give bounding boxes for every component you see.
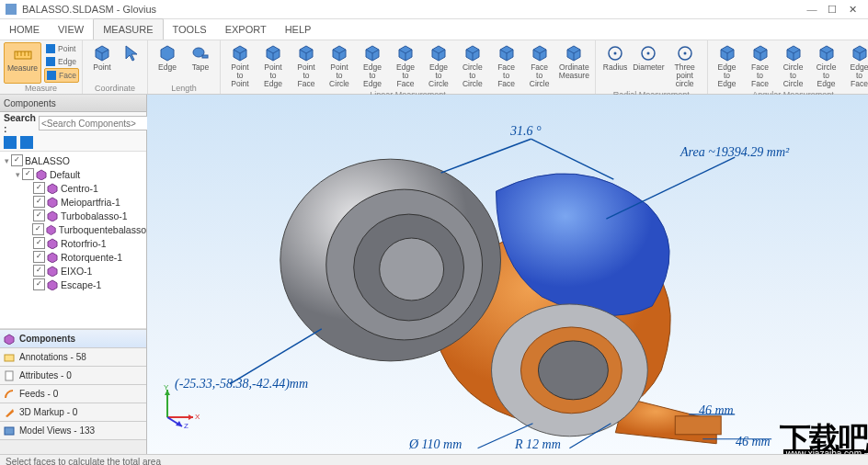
panel-attributes[interactable]: Attributes - 0 — [0, 366, 146, 384]
ribbon-btn[interactable]: Edge toCircle — [423, 42, 454, 90]
svg-marker-55 — [48, 198, 57, 208]
tree-item[interactable]: ✓Centro-1 — [0, 181, 146, 195]
ribbon-btn[interactable]: Circleto Circle — [778, 42, 809, 90]
ribbon-btn[interactable]: Threepoint circle — [667, 42, 703, 90]
menu-view[interactable]: VIEW — [49, 19, 93, 40]
svg-line-76 — [531, 139, 613, 179]
svg-text:Z: Z — [184, 422, 188, 428]
svg-marker-8 — [161, 46, 174, 61]
close-button[interactable]: ✕ — [842, 4, 862, 16]
tree-item[interactable]: ✓Meiopartfria-1 — [0, 195, 146, 209]
panel-3d-markup[interactable]: 3D Markup - 0 — [0, 403, 146, 421]
menu-home[interactable]: HOME — [0, 19, 49, 40]
title-bar: BALASSO.SLDASM - Glovius — ☐ ✕ — [0, 0, 868, 19]
filter-icon-1[interactable] — [4, 136, 17, 149]
measure-button[interactable]: Measure — [4, 42, 41, 84]
ribbon-btn[interactable]: Pointto Point — [224, 42, 256, 90]
menu-bar: HOME VIEW MEASURE TOOLS EXPORT HELP — [0, 19, 868, 40]
component-tree[interactable]: ▾✓BALASSO ▾✓Default ✓Centro-1✓Meiopartfr… — [0, 151, 146, 329]
svg-rect-66 — [5, 427, 14, 435]
annot-angle: 31.6 ° — [510, 124, 542, 139]
watermark: 下载吧 www.xiazaiba.com — [780, 428, 868, 450]
ribbon-btn[interactable]: Face toCircle — [524, 42, 555, 90]
ribbon-btn[interactable]: Edgeto Face — [390, 42, 421, 90]
tree-item[interactable]: ✓Rotorfrio-1 — [0, 236, 146, 250]
annot-len2: 46 mm — [736, 435, 771, 449]
ribbon-btn[interactable]: Edgeto Face — [844, 42, 868, 90]
panel-components[interactable]: Components — [0, 329, 146, 347]
tree-item[interactable]: ✓Turbobalasso-1 — [0, 209, 146, 222]
ribbon-btn[interactable]: Edgeto Edge — [712, 42, 743, 90]
svg-marker-57 — [46, 225, 54, 234]
menu-measure[interactable]: MEASURE — [93, 18, 163, 40]
ribbon-btn[interactable]: Circleto Circle — [456, 42, 489, 90]
panel-annotations[interactable]: Annotations - 58 — [0, 347, 146, 366]
svg-marker-58 — [48, 239, 57, 249]
ribbon-btn[interactable]: Pointto Edge — [257, 42, 289, 90]
svg-point-34 — [614, 52, 617, 55]
panel-feeds[interactable]: Feeds - 0 — [0, 384, 146, 403]
minimize-button[interactable]: — — [802, 4, 822, 15]
svg-rect-67 — [675, 416, 721, 435]
svg-point-36 — [647, 52, 650, 55]
search-input[interactable] — [39, 116, 161, 130]
group-radial: RadiusDiameterThreepoint circle Radial M… — [596, 40, 707, 94]
filter-face[interactable]: Face — [44, 68, 79, 83]
group-measure: Measure Point Edge Face Measure — [0, 40, 83, 94]
svg-marker-59 — [48, 253, 57, 263]
3d-viewport[interactable]: 31.6 ° Area ~19394.29 mm² (-25.33,-58.38… — [147, 95, 868, 454]
tree-item[interactable]: ✓Rotorquente-1 — [0, 250, 146, 264]
tree-default[interactable]: ▾✓Default — [0, 167, 146, 181]
ribbon-btn[interactable]: Faceto Face — [491, 42, 522, 90]
ribbon-btn[interactable]: Pointto Face — [291, 42, 322, 90]
ribbon-btn[interactable]: Faceto Face — [745, 42, 776, 90]
sidebar: Components Search : ▶ ▾✓BALASSO ▾✓Defaul… — [0, 95, 147, 454]
filter-icon-2[interactable] — [20, 136, 33, 149]
svg-rect-63 — [5, 355, 14, 361]
ribbon-btn[interactable]: Edgeto Edge — [357, 42, 388, 90]
maximize-button[interactable]: ☐ — [822, 4, 842, 16]
app-icon — [6, 4, 17, 15]
group-label: Measure — [3, 84, 79, 93]
menu-tools[interactable]: TOOLS — [164, 19, 216, 40]
tree-item[interactable]: ✓EIXO-1 — [0, 264, 146, 278]
svg-line-77 — [606, 157, 735, 219]
svg-text:Y: Y — [164, 383, 169, 391]
panel-model-views[interactable]: Model Views - 133 — [0, 421, 146, 439]
group-angular: Edgeto EdgeFaceto FaceCircleto CircleCir… — [708, 40, 868, 94]
group-coordinate: Point Coordinate — [83, 40, 148, 94]
tree-root[interactable]: ▾✓BALASSO — [0, 153, 146, 167]
filter-edge[interactable]: Edge — [44, 55, 79, 68]
svg-marker-53 — [37, 170, 46, 180]
svg-marker-65 — [6, 409, 14, 417]
ribbon-btn[interactable]: Circleto Edge — [811, 42, 842, 90]
tree-item[interactable]: ✓Escape-1 — [0, 278, 146, 291]
menu-help[interactable]: HELP — [276, 19, 321, 40]
measure-filter: Point Edge Face — [44, 42, 79, 84]
ribbon-btn[interactable]: Point toCircle — [324, 42, 355, 90]
svg-marker-56 — [48, 211, 57, 221]
menu-export[interactable]: EXPORT — [216, 19, 276, 40]
ribbon-btn[interactable]: OrdinateMeasure — [557, 42, 591, 90]
edge-button[interactable]: Edge — [152, 42, 183, 84]
group-linear: Pointto PointPointto EdgePointto FacePoi… — [221, 40, 596, 94]
ribbon-btn[interactable]: Radius — [600, 42, 631, 90]
point-button[interactable]: Point — [86, 42, 118, 84]
window-title: BALASSO.SLDASM - Glovius — [22, 4, 156, 15]
svg-marker-61 — [48, 280, 57, 290]
svg-marker-54 — [48, 184, 57, 194]
svg-rect-10 — [202, 55, 208, 58]
filter-point[interactable]: Point — [44, 42, 79, 55]
svg-point-74 — [538, 341, 608, 400]
tape-button[interactable]: Tape — [185, 42, 216, 84]
tree-item[interactable]: ✓Turboquentebalasso — [0, 222, 146, 236]
cursor-button[interactable] — [120, 42, 143, 84]
svg-marker-62 — [5, 335, 14, 345]
sidebar-header: Components — [0, 95, 146, 112]
annot-radius: R 12 mm — [515, 437, 561, 452]
ribbon-btn[interactable]: Diameter — [633, 42, 665, 90]
svg-line-78 — [230, 329, 322, 384]
svg-rect-64 — [6, 371, 13, 380]
annot-diameter: Ø 110 mm — [409, 437, 462, 452]
group-length: Edge Tape Length — [148, 40, 221, 94]
